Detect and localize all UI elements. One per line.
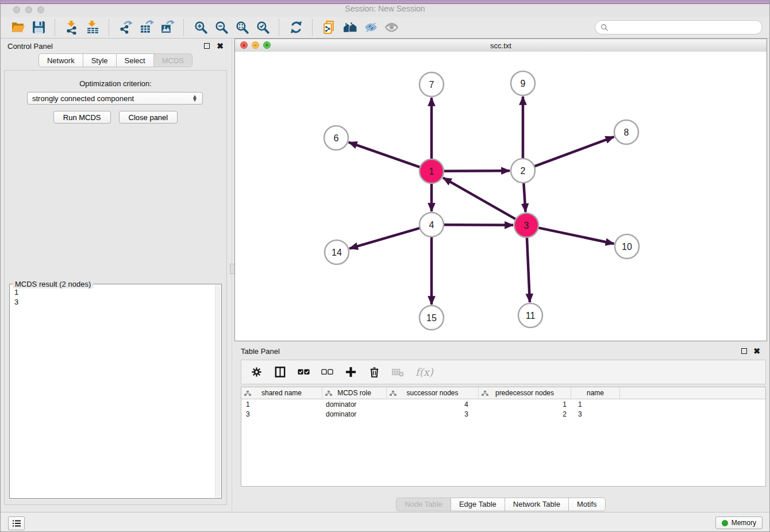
column-label: name	[587, 389, 604, 397]
tab-mcds[interactable]: MCDS	[153, 53, 192, 67]
graph-node-14[interactable]: 14	[325, 240, 349, 264]
network-view-window: ×−+ scc.txt 7968124314101511	[234, 38, 767, 341]
split-columns-button[interactable]	[274, 365, 286, 380]
search-input[interactable]	[611, 22, 757, 32]
graph-node-6[interactable]: 6	[324, 126, 348, 150]
result-scrollbar[interactable]	[215, 285, 221, 498]
hide-columns-button[interactable]	[321, 365, 333, 380]
network-window-titlebar[interactable]: ×−+ scc.txt	[235, 39, 767, 52]
graph-node-9[interactable]: 9	[511, 71, 535, 95]
close-view-icon[interactable]: ×	[240, 41, 248, 49]
open-session-button[interactable]	[7, 18, 28, 37]
export-table-button[interactable]	[136, 18, 157, 37]
table-row[interactable]: 3dominator323	[241, 409, 765, 419]
home-button[interactable]	[340, 18, 360, 37]
show-all-columns-button[interactable]	[298, 365, 310, 380]
status-bar: Memory	[1, 512, 769, 531]
graph-node-1[interactable]: 1	[419, 159, 444, 183]
graph-node-8[interactable]: 8	[614, 120, 638, 144]
tab-edge-table[interactable]: Edge Table	[451, 498, 505, 511]
panel-splitter[interactable]	[232, 38, 232, 511]
zoom-fit-button[interactable]	[232, 18, 252, 37]
tab-node-table[interactable]: Node Table	[396, 498, 451, 511]
toggle-visibility-button[interactable]	[360, 18, 381, 37]
column-header-name[interactable]: name	[571, 387, 620, 399]
save-session-button[interactable]	[28, 18, 49, 37]
toolbar-separator	[279, 20, 280, 36]
table-tabs: Node TableEdge TableNetwork TableMotifs	[234, 496, 767, 512]
cell-MCDS-role: dominator	[322, 410, 387, 418]
table-row[interactable]: 1dominator411	[241, 399, 765, 409]
zoom-out-icon	[214, 20, 229, 34]
graph-node-11[interactable]: 11	[518, 303, 542, 327]
minimize-view-icon[interactable]: −	[252, 41, 259, 49]
column-header-MCDS-role[interactable]: MCDS role	[322, 387, 387, 399]
zoom-selected-button[interactable]	[252, 18, 273, 37]
edge-1-2[interactable]	[444, 171, 510, 171]
network-canvas[interactable]: 7968124314101511	[235, 52, 767, 341]
export-network-button[interactable]	[116, 18, 136, 37]
edge-4-14[interactable]	[349, 228, 420, 249]
tab-style[interactable]: Style	[83, 53, 117, 67]
run-mcds-button[interactable]: Run MCDS	[53, 111, 111, 124]
delete-column-button[interactable]	[368, 365, 380, 380]
column-header-successor-nodes[interactable]: successor nodes	[387, 387, 479, 399]
tab-network[interactable]: Network	[38, 53, 83, 67]
float-table-panel-icon[interactable]	[741, 348, 747, 354]
zoom-view-icon[interactable]: +	[263, 41, 271, 49]
delete-table-icon	[392, 366, 404, 378]
graph-node-4[interactable]: 4	[419, 213, 444, 237]
column-label: MCDS role	[337, 389, 371, 397]
edge-1-6[interactable]	[349, 142, 420, 167]
zoom-in-button[interactable]	[190, 18, 211, 37]
float-panel-icon[interactable]	[204, 43, 210, 49]
hierarchy-icon	[482, 390, 488, 396]
edge-2-3[interactable]	[523, 183, 525, 212]
refresh-button[interactable]	[286, 18, 306, 37]
toolbar-separator	[55, 20, 56, 36]
import-table-button[interactable]	[82, 18, 103, 37]
tab-motifs[interactable]: Motifs	[568, 498, 606, 511]
node-table[interactable]: shared nameMCDS rolesuccessor nodesprede…	[241, 387, 766, 487]
toolbar-separator	[109, 20, 110, 36]
search-box[interactable]	[595, 20, 763, 34]
table-settings-button[interactable]	[251, 365, 263, 380]
cell-shared-name: 1	[241, 400, 322, 408]
preview-eye-button[interactable]	[381, 18, 402, 37]
clone-network-button[interactable]	[319, 18, 340, 37]
tab-select[interactable]: Select	[116, 53, 154, 67]
task-history-button[interactable]	[8, 516, 25, 530]
close-panel-icon[interactable]: ✖	[217, 43, 224, 49]
edge-3-1[interactable]	[443, 178, 516, 219]
graph-node-2[interactable]: 2	[511, 159, 535, 183]
optimization-criterion-label: Optimization criterion:	[5, 79, 226, 88]
table-body: 1dominator4113dominator323	[241, 399, 765, 419]
control-panel-title: Control Panel	[7, 42, 53, 51]
mcds-result-box: MCDS result (2 nodes) 1 3	[9, 284, 222, 499]
memory-button[interactable]: Memory	[715, 516, 763, 529]
column-header-predecessor-nodes[interactable]: predecessor nodes	[479, 387, 571, 399]
tab-network-table[interactable]: Network Table	[505, 498, 569, 511]
zoom-out-button[interactable]	[211, 18, 232, 37]
export-image-button[interactable]	[157, 18, 178, 37]
edge-2-8[interactable]	[534, 137, 614, 167]
close-table-panel-icon[interactable]: ✖	[753, 348, 760, 354]
hierarchy-icon	[390, 390, 396, 396]
network-window-traffic-lights: ×−+	[240, 41, 271, 49]
graph-node-15[interactable]: 15	[419, 306, 444, 330]
edge-3-10[interactable]	[538, 228, 614, 244]
close-panel-button[interactable]: Close panel	[119, 111, 178, 124]
optimization-criterion-dropdown[interactable]: strongly connected component ▲▼	[27, 92, 203, 105]
add-column-button[interactable]	[345, 365, 357, 380]
column-header-shared-name[interactable]: shared name	[241, 387, 322, 399]
graph-node-10[interactable]: 10	[615, 234, 639, 259]
node-label: 9	[521, 79, 526, 88]
cell-MCDS-role: dominator	[322, 400, 387, 408]
import-network-button[interactable]	[61, 18, 82, 37]
cell-name: 1	[571, 400, 620, 408]
graph-node-7[interactable]: 7	[419, 72, 444, 97]
graph-node-3[interactable]: 3	[514, 213, 538, 237]
edge-4-3[interactable]	[444, 225, 513, 225]
hide-columns-icon	[321, 366, 333, 378]
edge-3-11[interactable]	[527, 237, 530, 302]
